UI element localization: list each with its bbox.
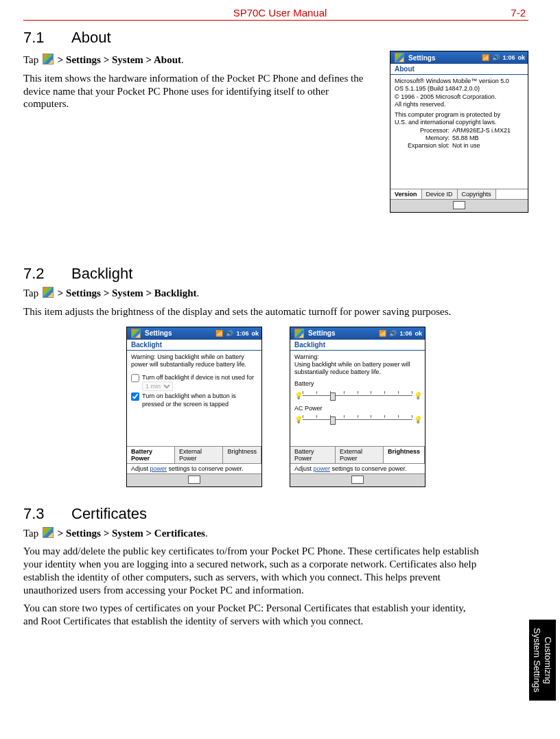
header-rule	[23, 20, 528, 21]
backlight-screenshot-2: Settings 📶 🔊 1:06 ok Backlight Warning: …	[290, 327, 425, 487]
tab-copyrights[interactable]: Copyrights	[458, 189, 496, 199]
tap-path-about: Tap > Settings > System > About.	[23, 54, 376, 67]
start-icon	[43, 287, 54, 298]
tab-brightness[interactable]: Brightness	[384, 446, 425, 463]
bulb-off-icon: 💡	[294, 416, 301, 424]
signal-icon: 📶	[215, 330, 223, 337]
battery-slider[interactable]: 💡 💡	[294, 390, 421, 401]
keyboard-icon[interactable]	[453, 201, 465, 209]
battery-label: Battery	[294, 380, 421, 388]
section-7-2-heading: 7.2Backlight	[23, 265, 528, 283]
about-description: This item shows the hardware information…	[23, 72, 376, 110]
keyboard-icon[interactable]	[351, 476, 364, 484]
tap-path-certificates: Tap > Settings > System > Certificates.	[23, 527, 528, 540]
bulb-on-icon: 💡	[414, 416, 421, 424]
tab-version[interactable]: Version	[390, 189, 422, 199]
timeout-select[interactable]: 1 min	[142, 382, 173, 391]
tab-brightness[interactable]: Brightness	[223, 447, 261, 463]
about-screenshot: Settings 📶 🔊 1:06 ok About Microsoft® Wi…	[390, 51, 528, 213]
tab-external-power[interactable]: External Power	[175, 447, 223, 463]
power-link[interactable]: power	[150, 465, 167, 472]
backlight-screenshot-1: Settings 📶 🔊 1:06 ok Backlight Warning: …	[126, 327, 262, 487]
bulb-on-icon: 💡	[414, 392, 421, 400]
ok-button[interactable]: ok	[415, 330, 422, 337]
turnon-checkbox[interactable]	[131, 392, 139, 401]
tab-battery-power[interactable]: Battery Power	[290, 447, 336, 463]
tab-battery-power[interactable]: Battery Power	[127, 446, 175, 463]
start-icon	[294, 329, 304, 338]
header-title: SP70C User Manual	[233, 7, 327, 19]
certificates-p2: You can store two types of certificates …	[23, 602, 528, 628]
start-icon	[43, 54, 54, 64]
signal-icon: 📶	[379, 330, 386, 337]
certificates-p1: You may add/delete the public key certif…	[23, 545, 528, 596]
sip-bar	[390, 199, 528, 212]
ac-power-label: AC Power	[294, 405, 421, 412]
bulb-off-icon: 💡	[294, 392, 301, 400]
turnoff-checkbox[interactable]	[131, 374, 139, 382]
start-icon	[131, 329, 141, 338]
page-number: 7-2	[511, 7, 526, 19]
tab-device-id[interactable]: Device ID	[422, 189, 458, 199]
volume-icon: 🔊	[389, 330, 397, 337]
ok-button[interactable]: ok	[251, 330, 259, 337]
wm-titlebar: Settings 📶 🔊 1:06 ok	[390, 51, 528, 64]
backlight-description: This item adjusts the brightness of the …	[23, 305, 528, 318]
chapter-side-tab: Customizng System Settings	[529, 620, 556, 701]
section-7-1-heading: 7.1About	[23, 29, 528, 47]
start-icon	[43, 527, 54, 538]
signal-icon: 📶	[482, 54, 489, 61]
keyboard-icon[interactable]	[188, 476, 200, 484]
tap-path-backlight: Tap > Settings > System > Backlight.	[23, 287, 528, 300]
ok-button[interactable]: ok	[517, 54, 525, 61]
ac-slider[interactable]: 💡 💡	[294, 414, 421, 425]
section-7-3-heading: 7.3Certificates	[23, 505, 528, 523]
start-icon	[395, 53, 404, 62]
volume-icon: 🔊	[492, 54, 500, 61]
tab-external-power[interactable]: External Power	[336, 447, 384, 463]
panel-title: About	[390, 64, 528, 75]
tab-bar: Version Device ID Copyrights	[390, 189, 528, 199]
page-header: . SP70C User Manual 7-2	[23, 7, 528, 20]
volume-icon: 🔊	[226, 330, 233, 337]
power-link[interactable]: power	[314, 465, 331, 472]
